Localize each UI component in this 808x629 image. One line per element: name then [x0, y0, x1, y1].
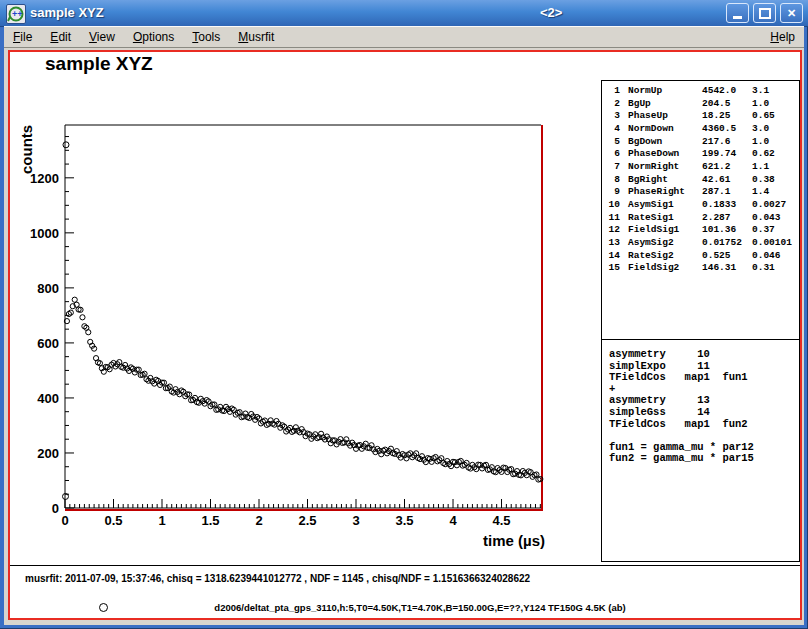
menu-item-options[interactable]: Options [124, 28, 183, 46]
menu-item-view[interactable]: View [80, 28, 124, 46]
parameter-row: 11RateSig12.2870.043 [602, 212, 799, 225]
parameter-row: 6PhaseDown199.740.62 [602, 148, 799, 161]
x-tick-label: 0 [61, 513, 68, 528]
titlebar[interactable]: ++ sample XYZ <2> ✕ [0, 0, 808, 27]
parameter-row: 1NormUp4542.03.1 [602, 85, 799, 98]
x-tick-label: 2 [255, 513, 262, 528]
y-tick-label: 800 [37, 281, 59, 296]
x-tick-label: 3 [352, 513, 359, 528]
theory-box: asymmetry 10 simplExpo 11 TFieldCos map1… [601, 339, 800, 562]
parameter-row: 4NormDown4360.53.0 [602, 123, 799, 136]
menu-item-file[interactable]: File [4, 28, 41, 46]
fit-parameter-table: 1NormUp4542.03.12BgUp204.51.03PhaseUp18.… [601, 80, 800, 340]
maximize-icon [759, 8, 771, 19]
data-point [86, 330, 91, 335]
y-tick-label: 1000 [30, 226, 59, 241]
root-canvas[interactable]: 00.511.522.533.544.502004006008001000120… [8, 50, 802, 620]
plot-title: sample XYZ [45, 53, 153, 75]
menu-item-tools[interactable]: Tools [183, 28, 229, 46]
parameter-row: 12FieldSig1101.360.37 [602, 224, 799, 237]
theory-text: asymmetry 10 simplExpo 11 TFieldCos map1… [609, 349, 754, 465]
menubar: FileEditViewOptionsToolsMusrfitHelp [4, 26, 804, 48]
minimize-button[interactable] [726, 3, 749, 23]
y-tick-label: 400 [37, 391, 59, 406]
parameter-row: 3PhaseUp18.250.65 [602, 110, 799, 123]
minimize-icon [733, 16, 742, 19]
parameter-row: 13AsymSig20.017520.00101 [602, 237, 799, 250]
x-tick-label: 1 [158, 513, 165, 528]
menu-item-musrfit[interactable]: Musrfit [229, 28, 283, 46]
x-tick-label: 1.5 [201, 513, 219, 528]
menu-item-edit[interactable]: Edit [41, 28, 80, 46]
data-point [80, 315, 85, 320]
run-legend-marker-icon [99, 603, 108, 612]
x-tick-label: 4.5 [492, 513, 510, 528]
window-title-center: <2> [540, 5, 562, 20]
x-tick-label: 0.5 [104, 513, 122, 528]
menu-item-help[interactable]: Help [761, 28, 804, 46]
y-tick-label: 200 [37, 446, 59, 461]
parameter-row: 15FieldSig2146.310.31 [602, 262, 799, 275]
run-legend-text: d2006/deltat_pta_gps_3110,h:5,T0=4.50K,T… [214, 602, 625, 613]
data-point [63, 142, 69, 148]
parameter-row: 9PhaseRight287.11.4 [602, 186, 799, 199]
x-tick-label: 4 [449, 513, 457, 528]
parameter-row: 2BgUp204.51.0 [602, 98, 799, 111]
parameter-row: 8BgRight42.610.38 [602, 174, 799, 187]
x-axis-title: time (µs) [483, 532, 545, 549]
window-title: sample XYZ [30, 5, 104, 20]
footer-separator [10, 565, 800, 566]
y-tick-label: 0 [52, 501, 59, 516]
parameter-row: 5BgDown217.61.0 [602, 136, 799, 149]
close-icon: ✕ [787, 7, 796, 20]
y-axis-title: counts [18, 125, 35, 174]
x-tick-label: 3.5 [395, 513, 413, 528]
parameter-row: 7NormRight621.21.1 [602, 161, 799, 174]
x-tick-label: 2.5 [298, 513, 316, 528]
y-tick-label: 600 [37, 336, 59, 351]
svg-text:++: ++ [12, 9, 23, 19]
parameter-row: 14RateSig20.5250.046 [602, 250, 799, 263]
data-point [72, 297, 77, 302]
app-window: ++ sample XYZ <2> ✕ FileEditViewOptionsT… [0, 0, 808, 629]
fit-statistics-line: musrfit: 2011-07-09, 15:37:46, chisq = 1… [25, 573, 530, 584]
maximize-button[interactable] [753, 3, 776, 23]
parameter-row: 10AsymSig10.18330.0027 [602, 199, 799, 212]
close-button[interactable]: ✕ [780, 3, 803, 23]
app-icon: ++ [6, 4, 26, 24]
window-controls: ✕ [726, 3, 803, 23]
